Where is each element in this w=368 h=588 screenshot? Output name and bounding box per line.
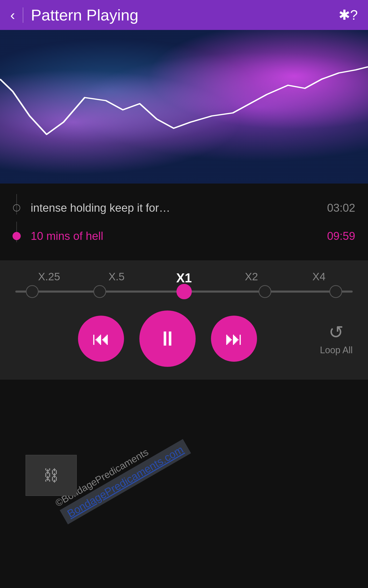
speed-dot-x25[interactable] [26,285,39,298]
bluetooth-icon[interactable]: ✱? [339,7,358,23]
playlist-item-2[interactable]: 10 mins of hell 09:59 [0,222,368,250]
main-controls: ⏮ ⏸ ⏭ [15,311,320,367]
speed-dot-x1[interactable] [176,284,192,299]
speed-x2[interactable]: X2 [218,271,285,285]
speed-x25[interactable]: X.25 [15,271,83,285]
speed-dot-x2[interactable] [259,285,271,298]
loop-button[interactable]: ↺ Loop All [320,322,353,356]
handcuffs-thumbnail: ⛓ [26,455,77,496]
speed-slider-track[interactable] [15,291,353,293]
speed-dot-x4[interactable] [329,285,342,298]
item1-indicator [13,204,20,211]
speed-x5[interactable]: X.5 [83,271,150,285]
speed-x1[interactable]: X1 [150,271,218,285]
loop-label: Loop All [320,345,353,356]
watermark-box: BondagePredicaments.com [60,439,191,524]
playback-controls: ⏮ ⏸ ⏭ ↺ Loop All [0,303,368,380]
item1-duration: 03:02 [327,201,355,214]
playlist-area: intense holding keep it for… 03:02 10 mi… [0,184,368,260]
speed-dot-x5[interactable] [93,285,106,298]
dot-inactive [13,204,20,211]
topbar-divider [23,7,23,23]
topbar: ‹ Pattern Playing ✱? [0,0,368,30]
page-title: Pattern Playing [31,6,339,24]
speed-x4[interactable]: X4 [285,271,353,285]
playlist-item-1[interactable]: intense holding keep it for… 03:02 [0,194,368,222]
next-button[interactable]: ⏭ [211,316,257,362]
item2-title: 10 mins of hell [31,230,327,242]
item2-indicator [13,232,20,240]
speed-labels: X.25 X.5 X1 X2 X4 [15,271,353,285]
back-button[interactable]: ‹ [10,7,15,23]
speed-control: X.25 X.5 X1 X2 X4 [0,260,368,303]
dot-active [13,232,21,240]
item1-title: intense holding keep it for… [31,201,327,214]
waveform-area [0,30,368,184]
prev-button[interactable]: ⏮ [78,316,124,362]
waveform-svg [0,30,368,184]
pause-button[interactable]: ⏸ [139,311,196,367]
controls-wrapper: ⏮ ⏸ ⏭ ↺ Loop All [15,311,353,367]
item2-duration: 09:59 [327,230,355,242]
watermark-line2: BondagePredicaments.com [65,443,186,520]
loop-icon: ↺ [329,322,344,343]
